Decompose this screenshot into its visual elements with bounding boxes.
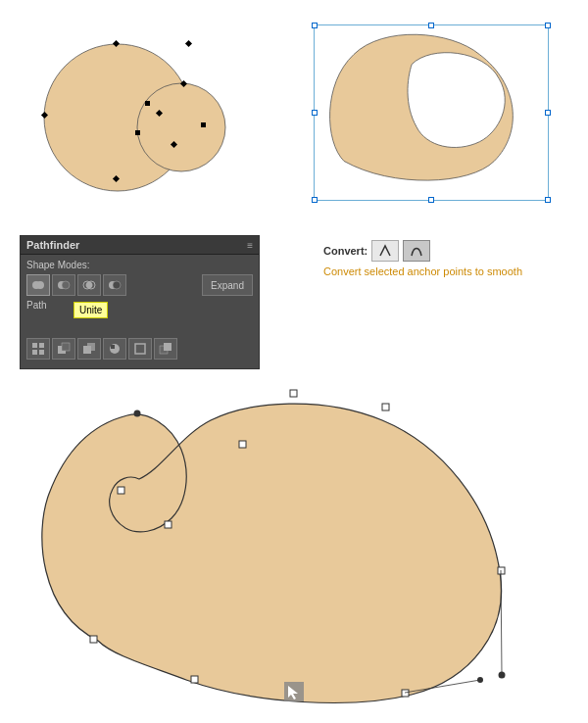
panel-menu-icon[interactable]: ≡ (247, 240, 253, 251)
pathfinder-panel: Pathfinder ≡ Shape Modes: (20, 235, 260, 369)
svg-rect-8 (201, 122, 206, 127)
svg-rect-37 (191, 676, 198, 683)
unite-tooltip: Unite (74, 302, 108, 318)
crop-btn[interactable] (103, 338, 126, 360)
shape-modes-label: Shape Modes: (26, 260, 253, 270)
svg-rect-25 (62, 343, 70, 351)
svg-rect-27 (87, 343, 95, 351)
svg-rect-4 (185, 40, 192, 47)
middle-section: Pathfinder ≡ Shape Modes: (0, 225, 274, 353)
svg-rect-22 (32, 350, 37, 355)
svg-point-15 (62, 281, 70, 289)
convert-description: Convert selected anchor points to smooth (323, 265, 578, 277)
panel-body: Shape Modes: (21, 255, 259, 368)
minus-front-btn[interactable] (52, 274, 75, 296)
convert-area: Convert: Convert selected anchor points … (323, 240, 578, 277)
minus-back-btn[interactable] (154, 338, 177, 360)
svg-point-45 (477, 677, 483, 683)
svg-rect-20 (32, 343, 37, 348)
svg-rect-32 (164, 343, 172, 351)
svg-rect-23 (39, 350, 44, 355)
outline-btn[interactable] (128, 338, 152, 360)
unite-btn[interactable] (26, 274, 50, 296)
svg-point-13 (36, 281, 44, 289)
merge-btn[interactable] (77, 338, 101, 360)
path-label: Path (26, 300, 47, 311)
handle-ml (312, 110, 318, 116)
svg-rect-30 (135, 344, 145, 354)
divide-btn[interactable] (26, 338, 50, 360)
handle-bl (312, 197, 318, 203)
panel-title: Pathfinder (26, 239, 79, 251)
svg-rect-38 (90, 636, 97, 643)
svg-rect-21 (39, 343, 44, 348)
svg-rect-39 (118, 487, 124, 494)
pathfinders-row: Path Unite (26, 300, 253, 311)
svg-rect-40 (165, 521, 172, 528)
convert-smooth-btn[interactable] (403, 240, 430, 262)
left-canvas (0, 0, 274, 225)
svg-rect-29 (111, 345, 115, 349)
svg-rect-41 (239, 441, 246, 448)
convert-label: Convert: (323, 245, 368, 257)
right-canvas (274, 0, 588, 225)
svg-rect-35 (498, 567, 505, 574)
svg-point-1 (137, 83, 225, 171)
selection-box (314, 24, 549, 201)
svg-point-19 (113, 281, 121, 289)
handle-br (545, 197, 551, 203)
convert-corner-btn[interactable] (371, 240, 399, 262)
shape-modes-row: Expand (26, 274, 253, 296)
convert-row: Convert: (323, 240, 578, 262)
expand-button[interactable]: Expand (202, 274, 253, 296)
svg-point-42 (134, 410, 141, 417)
handle-tm (428, 23, 434, 28)
bottom-section (0, 362, 588, 723)
handle-tl (312, 23, 318, 28)
trim-btn[interactable] (52, 338, 75, 360)
handle-bm (428, 197, 434, 203)
svg-rect-34 (382, 404, 389, 410)
svg-rect-10 (135, 130, 140, 135)
svg-rect-11 (145, 101, 150, 106)
pathfinder-btns-row (26, 338, 253, 360)
handle-tr (545, 23, 551, 28)
bottom-canvas (20, 376, 568, 709)
intersect-btn[interactable] (77, 274, 101, 296)
cursor-icon (283, 681, 305, 704)
panel-header: Pathfinder ≡ (21, 236, 259, 255)
exclude-btn[interactable] (103, 274, 126, 296)
handle-mr (545, 110, 551, 116)
svg-rect-36 (402, 690, 409, 697)
svg-rect-33 (290, 390, 297, 397)
